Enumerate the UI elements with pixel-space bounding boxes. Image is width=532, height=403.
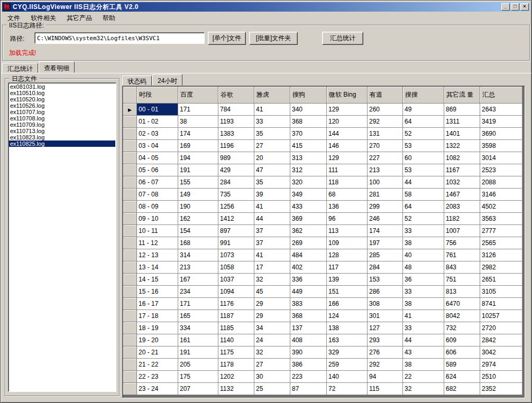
grid-cell[interactable]: 10 - 11: [137, 225, 178, 237]
grid-cell[interactable]: 24: [254, 334, 290, 346]
grid-cell[interactable]: 118: [327, 176, 368, 189]
grid-cell[interactable]: 2651: [480, 274, 522, 286]
detail-tab-0[interactable]: 状态码: [122, 76, 152, 86]
grid-cell[interactable]: 1176: [218, 298, 254, 310]
grid-cell[interactable]: 383: [290, 298, 327, 310]
list-item[interactable]: ex110707.log: [9, 109, 115, 115]
grid-cell[interactable]: 35: [254, 176, 290, 189]
grid-cell[interactable]: 1082: [444, 152, 480, 164]
grid-cell[interactable]: 60: [403, 152, 444, 164]
grid-cell[interactable]: 40: [403, 249, 444, 261]
grid-cell[interactable]: 33: [403, 225, 444, 237]
grid-cell[interactable]: 284: [218, 176, 254, 189]
grid-cell[interactable]: 386: [290, 359, 327, 371]
grid-cell[interactable]: 1178: [218, 359, 254, 371]
grid-cell[interactable]: 171: [178, 298, 218, 310]
grid-cell[interactable]: 313: [290, 152, 327, 164]
grid-cell[interactable]: 2510: [480, 371, 522, 383]
grid-cell[interactable]: 869: [444, 104, 480, 116]
grid-cell[interactable]: 362: [290, 225, 327, 237]
grid-cell[interactable]: 191: [178, 164, 218, 176]
grid-cell[interactable]: 6470: [444, 298, 480, 310]
grid-cell[interactable]: 369: [290, 213, 327, 225]
row-selector[interactable]: [123, 298, 137, 310]
grid-cell[interactable]: 1401: [444, 128, 480, 140]
row-selector[interactable]: [123, 310, 137, 322]
grid-cell[interactable]: 732: [444, 322, 480, 334]
grid-cell[interactable]: 314: [178, 249, 218, 261]
grid-cell[interactable]: 165: [178, 310, 218, 322]
grid-cell[interactable]: 48: [403, 261, 444, 274]
grid-cell[interactable]: 408: [290, 334, 327, 346]
grid-cell[interactable]: 02 - 03: [137, 128, 178, 140]
grid-cell[interactable]: 22 - 23: [137, 371, 178, 383]
grid-cell[interactable]: 1094: [218, 286, 254, 298]
grid-cell[interactable]: 41: [403, 310, 444, 322]
grid-cell[interactable]: 368: [290, 310, 327, 322]
grid-cell[interactable]: 4502: [480, 201, 522, 213]
grid-cell[interactable]: 25: [254, 383, 290, 395]
grid-cell[interactable]: 117: [327, 261, 368, 274]
grid-cell[interactable]: 136: [327, 201, 368, 213]
grid-cell[interactable]: 2352: [480, 383, 522, 395]
grid-cell[interactable]: 234: [178, 286, 218, 298]
grid-cell[interactable]: 191: [178, 346, 218, 359]
grid-cell[interactable]: 276: [368, 346, 403, 359]
grid-cell[interactable]: 38: [178, 116, 218, 128]
grid-cell[interactable]: 190: [178, 201, 218, 213]
grid-cell[interactable]: 1140: [218, 334, 254, 346]
grid-cell[interactable]: 44: [254, 213, 290, 225]
grid-cell[interactable]: 292: [368, 116, 403, 128]
grid-cell[interactable]: 44: [403, 334, 444, 346]
grid-cell[interactable]: 154: [178, 225, 218, 237]
grid-cell[interactable]: 1202: [218, 371, 254, 383]
grid-cell[interactable]: 312: [290, 164, 327, 176]
grid-cell[interactable]: 484: [290, 249, 327, 261]
grid-cell[interactable]: 624: [444, 371, 480, 383]
grid-cell[interactable]: 12 - 13: [137, 249, 178, 261]
grid-cell[interactable]: 14 - 15: [137, 274, 178, 286]
grid-cell[interactable]: 22: [403, 371, 444, 383]
grid-cell[interactable]: 138: [327, 322, 368, 334]
grid-cell[interactable]: 429: [218, 164, 254, 176]
grid-cell[interactable]: 27: [254, 140, 290, 152]
grid-cell[interactable]: 8741: [480, 298, 522, 310]
grid-column-header[interactable]: 谷歌: [218, 87, 254, 104]
grid-cell[interactable]: 11 - 12: [137, 237, 178, 249]
grid-cell[interactable]: 32: [254, 274, 290, 286]
grid-cell[interactable]: 329: [327, 346, 368, 359]
grid-cell[interactable]: 64: [403, 116, 444, 128]
grid-cell[interactable]: 1311: [444, 116, 480, 128]
grid-cell[interactable]: 36: [403, 274, 444, 286]
grid-cell[interactable]: 761: [444, 249, 480, 261]
grid-cell[interactable]: 16 - 17: [137, 298, 178, 310]
grid-cell[interactable]: 128: [327, 249, 368, 261]
grid-cell[interactable]: 320: [290, 176, 327, 189]
grid-cell[interactable]: 166: [327, 298, 368, 310]
grid-cell[interactable]: 989: [218, 152, 254, 164]
row-selector[interactable]: [123, 334, 137, 346]
grid-cell[interactable]: 589: [444, 359, 480, 371]
grid-cell[interactable]: 2643: [480, 104, 522, 116]
grid-cell[interactable]: 336: [290, 274, 327, 286]
row-selector[interactable]: [123, 261, 137, 274]
menu-item-2[interactable]: 其它产品: [61, 12, 97, 24]
grid-cell[interactable]: 30: [254, 371, 290, 383]
grid-cell[interactable]: 19 - 20: [137, 334, 178, 346]
grid-cell[interactable]: 1132: [218, 383, 254, 395]
grid-cell[interactable]: 3105: [480, 286, 522, 298]
grid-cell[interactable]: 169: [178, 140, 218, 152]
grid-cell[interactable]: 13 - 14: [137, 261, 178, 274]
grid-cell[interactable]: 01 - 02: [137, 116, 178, 128]
list-item[interactable]: ex110713.log: [9, 128, 115, 134]
grid-cell[interactable]: 04 - 05: [137, 152, 178, 164]
grid-cell[interactable]: 17: [254, 261, 290, 274]
grid-cell[interactable]: 29: [254, 298, 290, 310]
grid-cell[interactable]: 32: [254, 346, 290, 359]
grid-cell[interactable]: 1196: [218, 140, 254, 152]
grid-cell[interactable]: 3563: [480, 213, 522, 225]
grid-cell[interactable]: 2088: [480, 176, 522, 189]
grid-cell[interactable]: 3146: [480, 189, 522, 201]
grid-cell[interactable]: 72: [327, 383, 368, 395]
grid-cell[interactable]: 2083: [444, 201, 480, 213]
